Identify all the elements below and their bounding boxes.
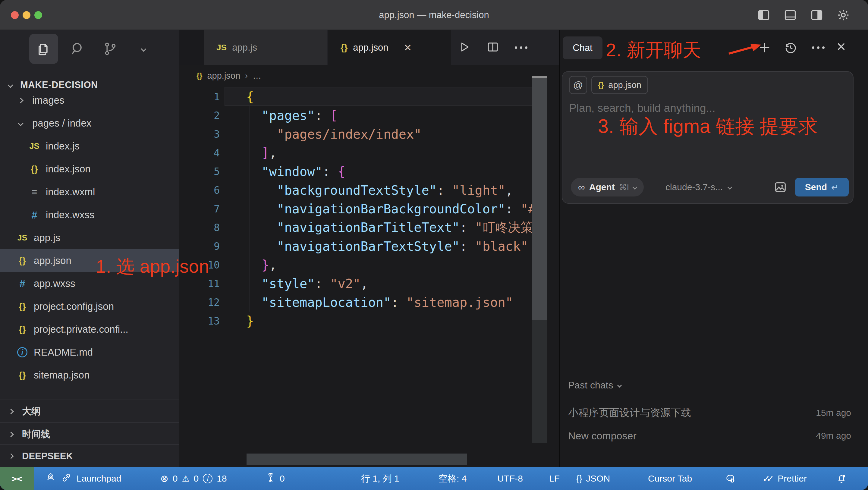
chat-tab[interactable]: Chat: [563, 36, 602, 59]
code-line[interactable]: 7 "navigationBarBackgroundColor": "#F8F8…: [179, 200, 532, 218]
close-chat-icon[interactable]: ×: [837, 38, 846, 54]
breadcrumb[interactable]: {} app.json › …: [179, 65, 559, 86]
chevron-right-icon: [8, 432, 13, 437]
tree-item-index-wxss[interactable]: #index.wxss: [0, 204, 179, 226]
eol-item[interactable]: LF: [549, 467, 560, 490]
annotation-arrow: [727, 41, 763, 57]
tree-item-readme-md[interactable]: iREADME.md: [0, 341, 179, 364]
chat-more-actions-icon[interactable]: [812, 40, 825, 55]
section-outline[interactable]: 大纲: [0, 400, 179, 423]
settings-gear-icon[interactable]: [837, 8, 850, 23]
close-tab-icon[interactable]: ×: [404, 41, 412, 54]
send-button[interactable]: Send ↵: [795, 178, 849, 196]
tree-item-images[interactable]: images: [0, 89, 179, 112]
remote-indicator[interactable]: ><: [0, 467, 34, 490]
encoding-item[interactable]: UTF-8: [497, 467, 523, 490]
agent-mode-dropdown[interactable]: ∞ Agent ⌘I: [571, 178, 644, 196]
annotation-step1: 1. 选 app.json: [96, 254, 209, 279]
info-icon: i: [203, 474, 213, 483]
code-line[interactable]: 11 "style": "v2",: [179, 274, 532, 293]
ports-item[interactable]: 0: [265, 467, 285, 490]
indentation-item[interactable]: 空格: 4: [438, 467, 467, 490]
past-chat-row[interactable]: 小程序页面设计与资源下载 15m ago: [560, 403, 868, 423]
chat-input-placeholder: Plan, search, build anything...: [569, 102, 715, 115]
model-selector-dropdown[interactable]: claude-3.7-s...: [665, 178, 732, 196]
toggle-bottom-panel-icon[interactable]: [784, 8, 797, 23]
tree-item-sitemap-json[interactable]: {}sitemap.json: [0, 364, 179, 387]
tree-item-project-config-json[interactable]: {}project.config.json: [0, 295, 179, 318]
launchpad-item[interactable]: Launchpad: [45, 467, 121, 490]
chevron-right-icon: [18, 98, 23, 103]
line-number: 5: [179, 166, 220, 178]
chat-history-icon[interactable]: [784, 40, 798, 55]
cursor-tab-item[interactable]: Cursor Tab: [648, 467, 692, 490]
vertical-scrollbar-thumb[interactable]: [532, 76, 547, 320]
json-braces-icon: {}: [576, 473, 582, 484]
language-mode-item[interactable]: {} JSON: [576, 467, 610, 490]
editor-more-actions-icon[interactable]: [515, 47, 527, 49]
tabbar-sliver: [179, 30, 204, 65]
notifications-bell-icon[interactable]: [836, 467, 847, 490]
code-line[interactable]: 3 "pages/index/index": [179, 125, 532, 144]
rocket-icon: [45, 472, 56, 485]
code-line[interactable]: 2 "pages": [: [179, 106, 532, 125]
wxss-file-icon: #: [28, 209, 41, 221]
activity-more-chevron-icon[interactable]: [129, 34, 158, 64]
source-control-icon[interactable]: [96, 34, 125, 64]
section-timeline[interactable]: 时间线: [0, 423, 179, 446]
diagnostics-item[interactable]: ⊗ 0 ⚠ 0 i 18: [160, 467, 227, 490]
json-file-icon: {}: [341, 42, 347, 53]
tree-item-pages-index[interactable]: pages / index: [0, 112, 179, 135]
split-editor-icon[interactable]: [487, 41, 499, 55]
line-number: 9: [179, 241, 220, 252]
code-lines[interactable]: 1{2 "pages": [3 "pages/index/index"4 ],5…: [179, 87, 532, 330]
code-line[interactable]: 1{: [179, 87, 532, 106]
tree-item-index-js[interactable]: JSindex.js: [0, 135, 179, 158]
add-context-button[interactable]: @: [569, 76, 587, 94]
tab-app-json-active[interactable]: {} app.json ×: [328, 30, 451, 65]
cursor-position-item[interactable]: 行 1, 列 1: [361, 467, 399, 490]
app-window: app.json — make-decision: [0, 0, 868, 490]
tree-item-index-wxml[interactable]: ≡index.wxml: [0, 181, 179, 204]
annotation-step3: 3. 输入 figma 链接 提要求: [598, 113, 818, 140]
toggle-right-panel-icon[interactable]: [810, 8, 824, 23]
past-chats-header[interactable]: Past chats: [568, 380, 621, 391]
search-icon[interactable]: [63, 34, 92, 64]
context-chip-app-json[interactable]: {} app.json: [591, 76, 648, 94]
code-line[interactable]: 10 },: [179, 255, 532, 274]
chevron-down-icon: [18, 121, 23, 126]
copilot-icon[interactable]: [725, 467, 736, 490]
json-file-icon: {}: [598, 81, 604, 90]
code-line[interactable]: 6 "backgroundTextStyle": "light",: [179, 181, 532, 200]
prettier-item[interactable]: ✓✓ Prettier: [763, 467, 807, 490]
info-file-icon: i: [16, 347, 29, 358]
tree-item-app-js[interactable]: JSapp.js: [0, 226, 179, 249]
annotation-step2: 2. 新开聊天: [606, 37, 701, 63]
editor-pane: JS app.js {} app.json × {} app.json ›: [179, 30, 559, 467]
line-number: 2: [179, 110, 220, 121]
tab-app-js[interactable]: JS app.js: [204, 30, 327, 65]
run-file-icon[interactable]: [458, 41, 471, 55]
code-line[interactable]: 5 "window": {: [179, 162, 532, 181]
js-file-icon: JS: [16, 233, 29, 243]
line-number: 12: [179, 297, 220, 308]
chevron-right-icon: [8, 409, 13, 414]
line-number: 11: [179, 278, 220, 289]
section-deepseek[interactable]: DEEPSEEK: [0, 445, 179, 467]
tree-item-index-json[interactable]: {}index.json: [0, 158, 179, 181]
code-line[interactable]: 8 "navigationBarTitleText": "叮咚决策器",: [179, 218, 532, 237]
new-chat-plus-icon[interactable]: [758, 40, 772, 55]
chat-input[interactable]: @ {} app.json Plan, search, build anythi…: [562, 71, 854, 204]
tree-item-project-private-config[interactable]: {}project.private.confi...: [0, 318, 179, 341]
code-line[interactable]: 9 "navigationBarTextStyle": "black": [179, 237, 532, 255]
code-line[interactable]: 13}: [179, 312, 532, 330]
antenna-icon: [265, 472, 276, 485]
attach-image-icon[interactable]: [773, 180, 787, 195]
code-line[interactable]: 4 ],: [179, 144, 532, 162]
explorer-icon[interactable]: [29, 34, 58, 64]
past-chat-row[interactable]: New composer 49m ago: [560, 426, 868, 446]
code-line[interactable]: 12 "sitemapLocation": "sitemap.json": [179, 293, 532, 312]
horizontal-scrollbar-thumb[interactable]: [247, 454, 467, 465]
toggle-left-panel-icon[interactable]: [757, 8, 770, 23]
line-number: 13: [179, 315, 220, 327]
